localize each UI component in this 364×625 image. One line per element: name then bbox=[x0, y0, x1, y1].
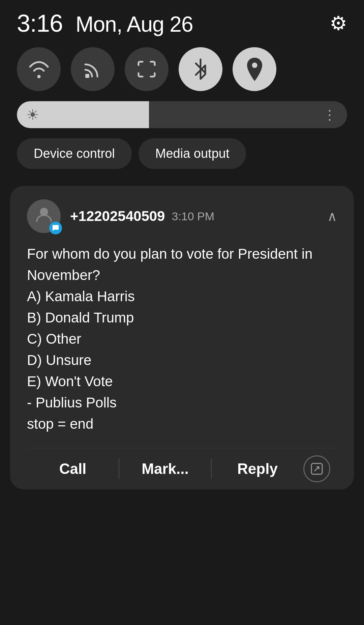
rss-toggle[interactable] bbox=[71, 47, 115, 91]
brightness-menu-icon[interactable]: ⋮ bbox=[323, 107, 337, 122]
brightness-fill: ☀ bbox=[17, 101, 149, 128]
notification-time: 3:10 PM bbox=[172, 210, 214, 223]
call-button[interactable]: Call bbox=[27, 448, 119, 489]
status-time: 3:16 Mon, Aug 26 bbox=[17, 9, 193, 37]
location-toggle[interactable] bbox=[233, 47, 276, 91]
sender-phone: +12202540509 bbox=[70, 208, 165, 224]
bluetooth-toggle[interactable] bbox=[179, 47, 222, 91]
expand-action-icon[interactable] bbox=[303, 455, 330, 482]
mark-button[interactable]: Mark... bbox=[119, 448, 211, 489]
expand-icon[interactable]: ∧ bbox=[327, 208, 337, 224]
status-bar: 3:16 Mon, Aug 26 ⚙ bbox=[0, 0, 364, 44]
contact-avatar bbox=[27, 199, 61, 233]
screenshot-toggle[interactable] bbox=[125, 47, 169, 91]
brightness-slider[interactable]: ☀ ⋮ bbox=[17, 101, 347, 128]
message-badge-icon bbox=[49, 222, 62, 234]
notification-title-row: +12202540509 3:10 PM ∧ bbox=[70, 208, 337, 224]
reply-button[interactable]: Reply bbox=[212, 448, 303, 489]
date-text: Mon, Aug 26 bbox=[75, 12, 193, 36]
media-output-button[interactable]: Media output bbox=[139, 138, 246, 169]
svg-point-1 bbox=[252, 63, 257, 68]
device-media-row: Device control Media output bbox=[0, 135, 364, 179]
notification-card: +12202540509 3:10 PM ∧ For whom do you p… bbox=[10, 186, 354, 489]
time-text: 3:16 bbox=[17, 10, 63, 37]
settings-gear-icon[interactable]: ⚙ bbox=[330, 12, 347, 35]
notification-header: +12202540509 3:10 PM ∧ bbox=[27, 199, 337, 233]
brightness-row: ☀ ⋮ bbox=[0, 98, 364, 135]
brightness-sun-icon: ☀ bbox=[26, 107, 39, 123]
wifi-toggle[interactable] bbox=[17, 47, 61, 91]
notification-message: For whom do you plan to vote for Preside… bbox=[27, 243, 337, 434]
svg-rect-0 bbox=[85, 74, 89, 78]
device-control-button[interactable]: Device control bbox=[17, 138, 132, 169]
quick-settings-row bbox=[0, 44, 364, 98]
notification-actions: Call Mark... Reply bbox=[27, 448, 337, 489]
